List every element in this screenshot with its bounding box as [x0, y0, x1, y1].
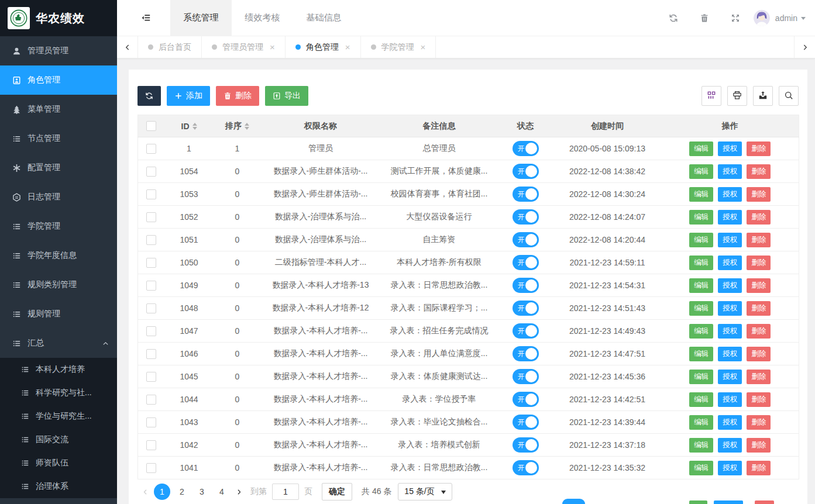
delete-row-button[interactable]: 删除: [747, 301, 771, 316]
delete-row-button[interactable]: 删除: [747, 370, 771, 384]
authorize-button[interactable]: 授权: [718, 347, 742, 361]
sidebar-subitem[interactable]: 师资队伍: [0, 451, 117, 475]
add-button[interactable]: 添加: [167, 86, 210, 106]
edit-button[interactable]: 编辑: [689, 301, 713, 316]
edit-button[interactable]: 编辑: [689, 210, 713, 225]
edit-button[interactable]: 编辑: [689, 347, 713, 361]
edit-button[interactable]: 编辑: [689, 233, 713, 247]
close-icon[interactable]: [270, 42, 275, 52]
page-size-select[interactable]: 15 条/页: [398, 483, 452, 500]
close-icon[interactable]: [345, 42, 350, 52]
status-toggle[interactable]: 开: [513, 323, 539, 339]
delete-row-button[interactable]: 删除: [747, 324, 771, 339]
edit-button[interactable]: 编辑: [689, 324, 713, 339]
next-page-button[interactable]: [231, 489, 246, 495]
row-checkbox[interactable]: [146, 281, 156, 291]
row-checkbox[interactable]: [146, 326, 156, 336]
row-checkbox[interactable]: [146, 417, 156, 427]
sidebar-item[interactable]: 学院年度信息: [0, 241, 117, 270]
top-nav-tab[interactable]: 基础信息: [293, 0, 355, 36]
refresh-button[interactable]: [137, 86, 161, 106]
delete-row-button[interactable]: 删除: [747, 392, 771, 407]
delete-row-button[interactable]: 删除: [747, 461, 771, 475]
row-checkbox[interactable]: [146, 372, 156, 382]
page-button[interactable]: 2: [174, 484, 190, 500]
authorize-button[interactable]: 授权: [718, 461, 742, 475]
sidebar-item[interactable]: 节点管理: [0, 124, 117, 153]
authorize-button[interactable]: 授权: [718, 164, 742, 179]
top-nav-tab[interactable]: 绩效考核: [232, 0, 293, 36]
edit-button[interactable]: 编辑: [689, 415, 713, 430]
avatar[interactable]: [754, 10, 770, 26]
edit-button[interactable]: 编辑: [689, 438, 713, 453]
export-button[interactable]: 导出: [265, 86, 308, 106]
row-checkbox[interactable]: [146, 189, 156, 199]
sidebar-subitem[interactable]: 国际交流: [0, 428, 117, 451]
row-checkbox[interactable]: [146, 167, 156, 177]
status-toggle[interactable]: 开: [513, 255, 539, 270]
sidebar-item[interactable]: 规则类别管理: [0, 270, 117, 299]
status-toggle[interactable]: 开: [513, 437, 539, 453]
username[interactable]: admin: [775, 13, 797, 23]
column-header[interactable]: 排序: [214, 115, 261, 137]
page-tab[interactable]: 学院管理: [361, 36, 436, 58]
delete-row-button[interactable]: 删除: [747, 278, 771, 293]
sidebar-item[interactable]: 汇总: [0, 329, 117, 358]
row-checkbox[interactable]: [146, 395, 156, 405]
authorize-button[interactable]: 授权: [718, 187, 742, 202]
page-button[interactable]: 1: [154, 484, 170, 500]
row-checkbox[interactable]: [146, 235, 156, 245]
prev-page-button[interactable]: [137, 489, 153, 495]
collapse-sidebar-icon[interactable]: [134, 13, 157, 23]
edit-button[interactable]: 编辑: [689, 187, 713, 202]
authorize-button[interactable]: 授权: [718, 210, 742, 225]
confirm-page-button[interactable]: 确定: [322, 483, 352, 500]
status-toggle[interactable]: 开: [513, 301, 539, 316]
sidebar-subitem[interactable]: 学位与研究生...: [0, 405, 117, 428]
sort-icon[interactable]: [192, 123, 197, 130]
tabs-scroll-right-button[interactable]: [794, 36, 815, 58]
column-header[interactable]: ID: [164, 115, 214, 137]
row-checkbox[interactable]: [146, 144, 156, 154]
authorize-button[interactable]: 授权: [718, 415, 742, 430]
goto-page-input[interactable]: [272, 484, 299, 500]
delete-row-button[interactable]: 删除: [747, 438, 771, 453]
authorize-button[interactable]: 授权: [718, 233, 742, 247]
delete-button[interactable]: 删除: [216, 86, 259, 106]
authorize-button[interactable]: 授权: [718, 438, 742, 453]
search-tool-button[interactable]: [779, 86, 799, 106]
export-tool-button[interactable]: [753, 86, 773, 106]
authorize-button[interactable]: 授权: [718, 278, 742, 293]
delete-row-button[interactable]: 删除: [747, 141, 771, 156]
row-checkbox[interactable]: [146, 463, 156, 473]
row-checkbox[interactable]: [146, 212, 156, 222]
delete-row-button[interactable]: 删除: [747, 210, 771, 225]
sidebar-item[interactable]: 日志管理: [0, 182, 117, 212]
status-toggle[interactable]: 开: [513, 346, 539, 361]
status-toggle[interactable]: 开: [513, 209, 539, 225]
page-button[interactable]: 3: [194, 484, 210, 500]
status-toggle[interactable]: 开: [513, 392, 539, 407]
close-icon[interactable]: [421, 42, 426, 52]
edit-button[interactable]: 编辑: [689, 141, 713, 156]
authorize-button[interactable]: 授权: [718, 392, 742, 407]
edit-button[interactable]: 编辑: [689, 370, 713, 384]
delete-row-button[interactable]: 删除: [747, 256, 771, 270]
sidebar-subitem[interactable]: 本科人才培养: [0, 358, 117, 381]
sidebar-item[interactable]: 规则管理: [0, 299, 117, 329]
delete-row-button[interactable]: 删除: [747, 187, 771, 202]
trash-icon[interactable]: [700, 13, 709, 23]
delete-row-button[interactable]: 删除: [747, 164, 771, 179]
page-tab[interactable]: 管理员管理: [202, 36, 286, 58]
status-toggle[interactable]: 开: [513, 164, 539, 179]
row-checkbox[interactable]: [146, 258, 156, 268]
row-checkbox[interactable]: [146, 440, 156, 450]
sidebar-item[interactable]: 管理员管理: [0, 36, 117, 65]
status-toggle[interactable]: 开: [513, 369, 539, 384]
authorize-button[interactable]: 授权: [718, 141, 742, 156]
delete-row-button[interactable]: 删除: [747, 415, 771, 430]
page-tab[interactable]: 后台首页: [138, 36, 202, 58]
authorize-button[interactable]: 授权: [718, 256, 742, 270]
sidebar-subitem[interactable]: 治理体系: [0, 475, 117, 498]
authorize-button[interactable]: 授权: [718, 324, 742, 339]
